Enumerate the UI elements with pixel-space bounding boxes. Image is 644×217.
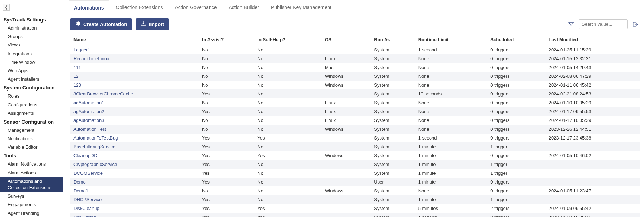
cell-scheduled: 2 triggers: [487, 204, 545, 213]
table-row[interactable]: CleanupDCYesYesWindowsSystem1 minute0 tr…: [70, 151, 640, 160]
nav-item[interactable]: Management: [0, 126, 63, 135]
automation-link[interactable]: Demo1: [73, 188, 88, 193]
cell-os: [321, 204, 371, 213]
nav-item[interactable]: Views: [0, 41, 63, 49]
collapse-sidebar-button[interactable]: ❮: [3, 4, 10, 11]
nav-item[interactable]: Alarm Notifications: [0, 160, 63, 168]
cell-selfhelp: No: [254, 142, 321, 151]
automation-link[interactable]: agAutomation3: [73, 118, 104, 123]
cell-os: [321, 195, 371, 204]
tab[interactable]: Publisher Key Management: [266, 0, 337, 14]
table-row[interactable]: 3ClearBrowserChromeCacheYesNoSystem10 se…: [70, 89, 640, 98]
column-header[interactable]: Scheduled: [487, 34, 545, 45]
nav-item[interactable]: Automations and Collection Extensions: [0, 177, 63, 192]
automation-link[interactable]: 123: [73, 82, 81, 88]
automation-link[interactable]: DCOMService: [73, 170, 103, 176]
table-scroll[interactable]: NameIn Assist?In Self-Help?OSRun AsRunti…: [65, 34, 644, 217]
nav-item[interactable]: Web Apps: [0, 67, 63, 75]
tab[interactable]: Collection Extensions: [111, 0, 168, 14]
column-header[interactable]: Name: [70, 34, 199, 45]
column-header[interactable]: In Self-Help?: [254, 34, 321, 45]
export-icon[interactable]: [631, 20, 639, 28]
automation-link[interactable]: agAutomation1: [73, 100, 104, 105]
automation-link[interactable]: Demo: [73, 179, 86, 185]
table-row[interactable]: 12NoNoWindowsSystemNone0 triggers2024-02…: [70, 72, 640, 81]
column-header[interactable]: Last Modified: [545, 34, 640, 45]
cell-modified: 2024-01-09 09:55:42: [545, 204, 640, 213]
nav-item[interactable]: Time Window: [0, 58, 63, 67]
cell-modified: 2023-12-17 23:45:38: [545, 134, 640, 142]
table-row[interactable]: Demo1NoNoWindowsSystemNone0 triggers2024…: [70, 186, 640, 195]
automation-link[interactable]: agAutomation2: [73, 109, 104, 114]
table-row[interactable]: DCOMServiceYesNoSystem1 minute1 trigger: [70, 169, 640, 178]
automation-link[interactable]: Logger1: [73, 47, 90, 52]
nav-item[interactable]: Surveys: [0, 192, 63, 200]
table-row[interactable]: DHCPServiceYesNoSystem1 minute1 trigger: [70, 195, 640, 204]
automation-link[interactable]: 3ClearBrowserChromeCache: [73, 91, 133, 97]
nav-group-title: Sensor Configuration: [0, 118, 63, 126]
cell-scheduled: 1 trigger: [487, 142, 545, 151]
automation-link[interactable]: CleanupDC: [73, 153, 97, 158]
table-row[interactable]: DiskCleanupYesYesSystem5 minutes2 trigge…: [70, 204, 640, 213]
tab[interactable]: Action Governance: [169, 0, 222, 14]
nav-item[interactable]: Notifications: [0, 135, 63, 143]
cell-os: [321, 45, 371, 55]
table-row[interactable]: 123NoNoWindowsSystemNone0 triggers2024-0…: [70, 81, 640, 89]
nav-item[interactable]: Engagements: [0, 200, 63, 209]
nav-item[interactable]: Integrations: [0, 50, 63, 58]
table-row[interactable]: BaseFilteringServiceYesNoSystem1 minute1…: [70, 142, 640, 151]
automation-link[interactable]: AutomationToTestBug: [73, 135, 118, 141]
tabs: AutomationsCollection ExtensionsAction G…: [65, 0, 644, 14]
table-row[interactable]: agAutomation3NoNoLinuxSystemNone0 trigge…: [70, 116, 640, 125]
nav-item[interactable]: Agent Installers: [0, 75, 63, 83]
table-row[interactable]: 111NoNoMacSystemNone0 triggers2024-01-05…: [70, 63, 640, 72]
automation-link[interactable]: Automation Test: [73, 126, 106, 132]
create-automation-button[interactable]: Create Automation: [70, 18, 132, 30]
nav-item[interactable]: Variable Editor: [0, 143, 63, 151]
cell-modified: [545, 160, 640, 169]
column-header[interactable]: Runtime Limit: [415, 34, 487, 45]
table-row[interactable]: AutomationToTestBugYesYesSystem1 second0…: [70, 134, 640, 142]
automation-link[interactable]: 12: [73, 74, 78, 79]
nav-item[interactable]: Configurations: [0, 101, 63, 109]
search-input[interactable]: [579, 19, 628, 29]
nav-group-title: SysTrack Settings: [0, 16, 63, 24]
import-button[interactable]: Import: [136, 18, 169, 30]
filter-icon[interactable]: [567, 20, 575, 28]
nav-item[interactable]: Administration: [0, 24, 63, 32]
nav-item[interactable]: Agent Branding: [0, 209, 63, 217]
table-row[interactable]: Automation TestNoNoWindowsSystemNone0 tr…: [70, 125, 640, 134]
column-header[interactable]: Run As: [371, 34, 414, 45]
automation-link[interactable]: 111: [73, 65, 81, 70]
table-row[interactable]: DiskDefragYesYesSystem1 second0 triggers…: [70, 213, 640, 217]
cell-runas: System: [371, 142, 414, 151]
table-row[interactable]: DemoYesNoUser1 minute0 triggers: [70, 178, 640, 186]
nav-item[interactable]: Groups: [0, 32, 63, 41]
cell-os: Windows: [321, 81, 371, 89]
column-header[interactable]: In Assist?: [199, 34, 254, 45]
table-row[interactable]: agAutomation1NoNoLinuxSystemNone0 trigge…: [70, 98, 640, 107]
table-row[interactable]: RecordTimeLinuxNoNoLinuxSystemNone0 trig…: [70, 54, 640, 63]
nav-item[interactable]: Roles: [0, 92, 63, 100]
column-header[interactable]: OS: [321, 34, 371, 45]
cell-assist: Yes: [199, 178, 254, 186]
cell-selfhelp: Yes: [254, 134, 321, 142]
automation-link[interactable]: DiskCleanup: [73, 206, 99, 211]
automation-link[interactable]: DHCPService: [73, 197, 102, 202]
automation-link[interactable]: BaseFilteringService: [73, 144, 115, 149]
cell-runtime: None: [415, 107, 487, 116]
nav-item[interactable]: Alarm Actions: [0, 169, 63, 177]
tab[interactable]: Automations: [69, 0, 109, 14]
table-row[interactable]: CryptographicServiceYesNoSystem1 minute1…: [70, 160, 640, 169]
automation-link[interactable]: DiskDefrag: [73, 215, 96, 217]
automation-link[interactable]: CryptographicService: [73, 162, 117, 167]
cell-modified: 2024-01-10 10:05:29: [545, 98, 640, 107]
cell-os: Windows: [321, 151, 371, 160]
cell-selfhelp: No: [254, 186, 321, 195]
cell-runtime: None: [415, 116, 487, 125]
table-row[interactable]: Logger1NoNoSystem1 second0 triggers2024-…: [70, 45, 640, 55]
nav-item[interactable]: Assignments: [0, 109, 63, 118]
automation-link[interactable]: RecordTimeLinux: [73, 56, 109, 61]
table-row[interactable]: agAutomation2YesNoLinuxSystemNone0 trigg…: [70, 107, 640, 116]
tab[interactable]: Action Builder: [224, 0, 264, 14]
